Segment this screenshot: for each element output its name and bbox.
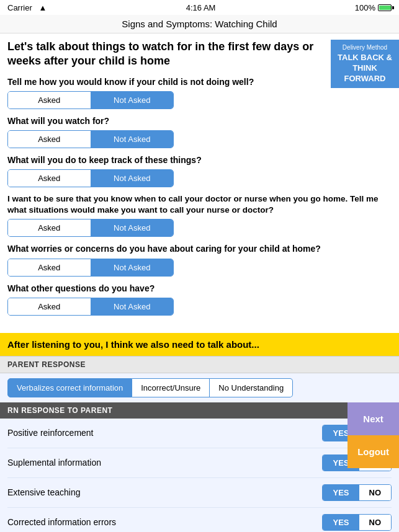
question-text-4: I want to be sure that you know when to … <box>7 193 392 215</box>
battery-icon <box>378 4 392 11</box>
yellow-banner: After listening to you, I think we also … <box>0 333 399 356</box>
nav-bar: Signs and Symptoms: Watching Child <box>0 15 399 33</box>
rn-yes-3[interactable]: YES <box>323 485 359 500</box>
next-button[interactable]: Next <box>347 402 399 435</box>
rn-row-1: Positive reinforcement YES NO <box>7 419 392 448</box>
asked-button-3[interactable]: Asked <box>8 170 91 187</box>
question-block-3: What will you do to keep track of these … <box>7 154 392 187</box>
pr-btn-no-understanding[interactable]: No Understanding <box>210 378 293 397</box>
asked-btn-group-5: Asked Not Asked <box>7 259 174 277</box>
time-display: 4:16 AM <box>186 3 216 12</box>
rn-response-section: RN RESPONSE TO PARENT Next Logout Positi… <box>0 402 399 532</box>
rn-label-2: Suplemental information <box>7 458 101 468</box>
rn-no-3[interactable]: NO <box>359 485 392 500</box>
pr-btn-verbalizes[interactable]: Verbalizes correct information <box>7 378 132 397</box>
parent-response-section: Verbalizes correct information Incorrect… <box>0 373 399 402</box>
main-content: Delivery Method TALK BACK & THINK FORWAR… <box>0 33 399 328</box>
yellow-banner-text: After listening to you, I think we also … <box>7 339 259 350</box>
rn-rows: Positive reinforcement YES NO Suplementa… <box>0 419 399 532</box>
not-asked-button-1[interactable]: Not Asked <box>91 92 174 109</box>
delivery-method-label: Delivery Method <box>336 43 394 51</box>
wifi-icon: ▲ <box>39 3 47 12</box>
logout-button[interactable]: Logout <box>347 435 399 468</box>
question-block-5: What worries or concerns do you have abo… <box>7 243 392 276</box>
not-asked-button-5[interactable]: Not Asked <box>91 259 174 276</box>
question-text-3: What will you do to keep track of these … <box>7 154 392 166</box>
asked-button-5[interactable]: Asked <box>8 259 91 276</box>
asked-btn-group-4: Asked Not Asked <box>7 219 174 237</box>
delivery-badge: Delivery Method TALK BACK & THINK FORWAR… <box>331 40 399 88</box>
delivery-method-text: TALK BACK & THINK FORWARD <box>336 53 394 84</box>
question-text-5: What worries or concerns do you have abo… <box>7 243 392 254</box>
asked-button-6[interactable]: Asked <box>8 298 91 315</box>
rn-yes-no-3: YES NO <box>322 484 392 501</box>
not-asked-button-6[interactable]: Not Asked <box>91 298 174 315</box>
not-asked-button-4[interactable]: Not Asked <box>91 219 174 236</box>
parent-response-header: PARENT RESPONSE <box>0 356 399 373</box>
rn-label-3: Extensive teaching <box>7 487 81 497</box>
carrier-label: Carrier ▲ <box>7 3 47 12</box>
asked-btn-group-1: Asked Not Asked <box>7 91 174 109</box>
asked-button-4[interactable]: Asked <box>8 219 91 236</box>
asked-button-1[interactable]: Asked <box>8 92 91 109</box>
rn-yes-4[interactable]: YES <box>323 515 359 530</box>
question-block-4: I want to be sure that you know when to … <box>7 193 392 237</box>
nav-title: Signs and Symptoms: Watching Child <box>122 19 277 29</box>
question-block-6: What other questions do you have? Asked … <box>7 283 392 316</box>
rn-row-2: Suplemental information YES NO <box>7 448 392 478</box>
status-bar: Carrier ▲ 4:16 AM 100% <box>0 0 399 15</box>
rn-row-3: Extensive teaching YES NO <box>7 478 392 508</box>
rn-no-4[interactable]: NO <box>359 515 392 530</box>
battery-status: 100% <box>355 3 392 12</box>
not-asked-button-2[interactable]: Not Asked <box>91 131 174 148</box>
rn-yes-no-4: YES NO <box>322 514 392 531</box>
side-buttons: Next Logout <box>347 402 399 468</box>
asked-button-2[interactable]: Asked <box>8 131 91 148</box>
rn-response-header: RN RESPONSE TO PARENT <box>0 402 399 419</box>
question-text-2: What will you watch for? <box>7 115 392 126</box>
rn-label-1: Positive reinforcement <box>7 428 94 438</box>
rn-label-4: Corrected information errors <box>7 517 116 527</box>
pr-btn-incorrect[interactable]: Incorrect/Unsure <box>132 378 210 397</box>
question-text-6: What other questions do you have? <box>7 283 392 294</box>
asked-btn-group-6: Asked Not Asked <box>7 298 174 316</box>
rn-row-4: Corrected information errors YES NO <box>7 508 392 532</box>
not-asked-button-3[interactable]: Not Asked <box>91 170 174 187</box>
asked-btn-group-2: Asked Not Asked <box>7 130 174 148</box>
question-block-2: What will you watch for? Asked Not Asked <box>7 115 392 148</box>
asked-btn-group-3: Asked Not Asked <box>7 169 174 187</box>
